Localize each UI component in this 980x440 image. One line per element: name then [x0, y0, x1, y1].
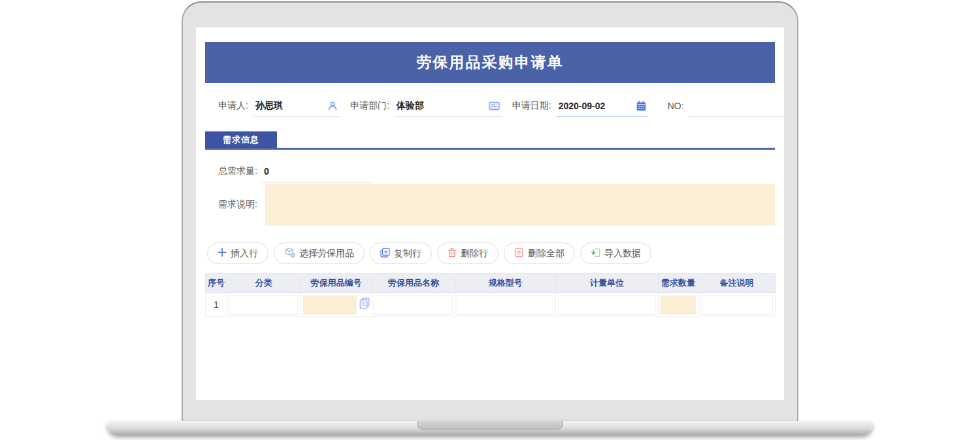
- import-data-label: 导入数据: [604, 248, 641, 260]
- department-label: 申请部门:: [350, 100, 389, 112]
- col-item-name: 劳保用品名称: [372, 274, 455, 293]
- demand-description-label: 需求说明:: [218, 199, 265, 211]
- form-title-banner: 劳保用品采购申请单: [205, 42, 775, 83]
- total-demand-row: 总需求量: 0: [205, 165, 775, 182]
- calendar-icon[interactable]: [636, 101, 646, 111]
- item-name-input[interactable]: [374, 296, 453, 314]
- tab-demand-info-label: 需求信息: [223, 134, 259, 146]
- demand-description-row: 需求说明:: [205, 184, 775, 226]
- delete-row-button[interactable]: 删除行: [437, 243, 498, 264]
- items-table: 序号 分类 劳保用品编号 劳保用品名称 规格型号 计量单位 需求数量 备注说明: [205, 273, 776, 317]
- plus-icon: [218, 248, 227, 259]
- table-row: 1: [206, 293, 776, 317]
- header-fields: 申请人: 孙思琪 申请部门: 体验部: [205, 91, 775, 121]
- date-value: 2020-09-02: [559, 101, 606, 111]
- row-index: 1: [206, 293, 227, 317]
- col-index: 序号: [206, 274, 227, 293]
- field-date: 申请日期: 2020-09-02: [512, 95, 648, 117]
- tab-underline: [205, 148, 775, 150]
- no-label: NO:: [668, 101, 684, 111]
- total-demand-label: 总需求量:: [218, 165, 257, 182]
- col-item-code: 劳保用品编号: [301, 274, 372, 293]
- copy-plus-icon: [380, 248, 390, 260]
- select-supplies-label: 选择劳保用品: [299, 248, 354, 260]
- delete-row-label: 删除行: [461, 248, 488, 260]
- unit-input[interactable]: [558, 296, 656, 314]
- field-department: 申请部门: 体验部: [350, 95, 502, 117]
- select-supplies-button[interactable]: 选择劳保用品: [274, 243, 365, 264]
- total-demand-value: 0: [264, 166, 269, 177]
- category-input[interactable]: [229, 296, 298, 314]
- laptop-base: [107, 421, 873, 435]
- col-category: 分类: [227, 274, 301, 293]
- col-quantity: 需求数量: [659, 274, 698, 293]
- row-toolbar: 插入行 选择劳保用品 复制行 删除行: [205, 243, 775, 264]
- applicant-value: 孙思琪: [255, 100, 283, 112]
- item-code-input[interactable]: [302, 296, 357, 314]
- department-value: 体验部: [397, 100, 424, 112]
- applicant-input[interactable]: 孙思琪: [253, 95, 340, 117]
- remark-input[interactable]: [700, 296, 773, 314]
- tab-strip: 需求信息: [205, 131, 775, 150]
- import-data-button[interactable]: 导入数据: [580, 243, 651, 264]
- total-demand-input[interactable]: 0: [261, 166, 374, 182]
- laptop-screen: 劳保用品采购申请单 申请人: 孙思琪 申请部门:: [182, 1, 798, 422]
- department-input[interactable]: 体验部: [395, 95, 502, 117]
- app-window: 劳保用品采购申请单 申请人: 孙思琪 申请部门:: [196, 27, 784, 400]
- date-label: 申请日期:: [512, 100, 551, 112]
- date-input[interactable]: 2020-09-02: [557, 95, 648, 117]
- field-no: NO:: [668, 95, 784, 117]
- copy-row-button[interactable]: 复制行: [370, 243, 432, 264]
- applicant-label: 申请人:: [218, 100, 248, 112]
- page-title: 劳保用品采购申请单: [417, 52, 564, 73]
- table-header-row: 序号 分类 劳保用品编号 劳保用品名称 规格型号 计量单位 需求数量 备注说明: [206, 274, 776, 293]
- col-remark: 备注说明: [698, 274, 776, 293]
- quantity-input[interactable]: [661, 296, 696, 314]
- delete-all-button[interactable]: 删除全部: [504, 243, 575, 264]
- col-unit: 计量单位: [556, 274, 659, 293]
- id-card-icon[interactable]: [489, 101, 500, 110]
- field-applicant: 申请人: 孙思琪: [218, 95, 340, 117]
- spec-model-input[interactable]: [457, 296, 553, 314]
- copy-row-label: 复制行: [394, 248, 421, 260]
- import-icon: [591, 248, 600, 260]
- col-spec-model: 规格型号: [455, 274, 556, 293]
- documents-icon[interactable]: [359, 297, 370, 312]
- insert-row-label: 插入行: [231, 248, 258, 260]
- trash-icon: [448, 248, 457, 260]
- demand-description-textarea[interactable]: [265, 184, 775, 226]
- box-icon: [284, 247, 295, 260]
- insert-row-button[interactable]: 插入行: [207, 243, 269, 264]
- user-icon[interactable]: [327, 101, 338, 111]
- no-input[interactable]: [689, 95, 784, 117]
- delete-all-label: 删除全部: [528, 248, 564, 260]
- laptop-notch: [417, 421, 563, 430]
- delete-all-icon: [514, 248, 524, 260]
- tab-demand-info[interactable]: 需求信息: [205, 131, 277, 148]
- laptop-mockup: 劳保用品采购申请单 申请人: 孙思琪 申请部门:: [0, 0, 980, 440]
